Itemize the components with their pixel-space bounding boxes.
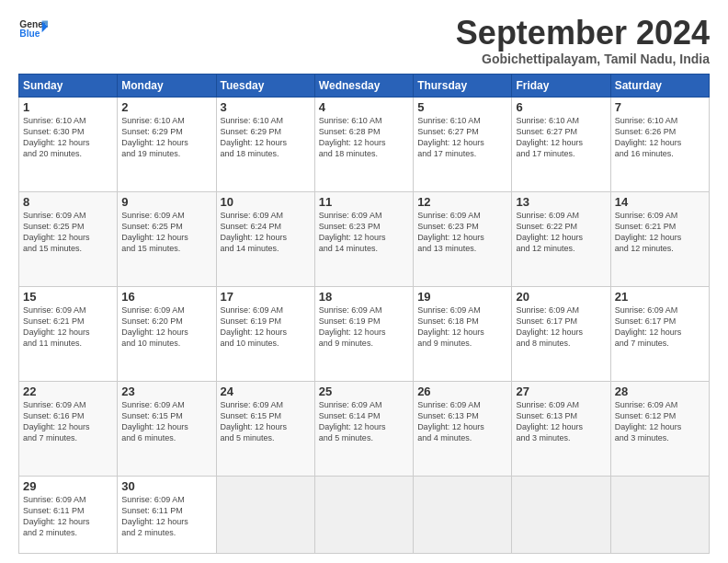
table-row: 30Sunrise: 6:09 AM Sunset: 6:11 PM Dayli… — [118, 476, 216, 553]
table-row: 11Sunrise: 6:09 AM Sunset: 6:23 PM Dayli… — [314, 191, 413, 286]
day-number: 25 — [319, 385, 409, 398]
title-section: September 2024 Gobichettipalayam, Tamil … — [456, 15, 710, 66]
day-info: Sunrise: 6:09 AM Sunset: 6:19 PM Dayligh… — [221, 304, 311, 350]
table-row: 4Sunrise: 6:10 AM Sunset: 6:28 PM Daylig… — [314, 97, 413, 191]
table-row: 24Sunrise: 6:09 AM Sunset: 6:15 PM Dayli… — [216, 381, 314, 476]
table-row: 15Sunrise: 6:09 AM Sunset: 6:21 PM Dayli… — [19, 286, 118, 381]
table-row: 16Sunrise: 6:09 AM Sunset: 6:20 PM Dayli… — [118, 286, 216, 381]
col-wednesday: Wednesday — [314, 74, 413, 97]
day-number: 1 — [23, 100, 113, 114]
day-info: Sunrise: 6:09 AM Sunset: 6:15 PM Dayligh… — [221, 399, 311, 444]
col-friday: Friday — [512, 74, 610, 97]
day-info: Sunrise: 6:09 AM Sunset: 6:12 PM Dayligh… — [615, 399, 705, 444]
month-title: September 2024 — [456, 15, 710, 52]
day-number: 24 — [221, 385, 311, 398]
table-row: 27Sunrise: 6:09 AM Sunset: 6:13 PM Dayli… — [512, 381, 610, 476]
table-row: 20Sunrise: 6:09 AM Sunset: 6:17 PM Dayli… — [512, 286, 610, 381]
table-row: 29Sunrise: 6:09 AM Sunset: 6:11 PM Dayli… — [19, 476, 118, 553]
day-info: Sunrise: 6:09 AM Sunset: 6:23 PM Dayligh… — [417, 210, 507, 255]
day-info: Sunrise: 6:09 AM Sunset: 6:13 PM Dayligh… — [516, 399, 606, 444]
day-number: 2 — [121, 100, 211, 114]
table-row — [216, 476, 314, 553]
day-number: 6 — [516, 100, 606, 114]
table-row: 14Sunrise: 6:09 AM Sunset: 6:21 PM Dayli… — [610, 191, 709, 286]
day-info: Sunrise: 6:09 AM Sunset: 6:21 PM Dayligh… — [615, 210, 705, 255]
day-info: Sunrise: 6:09 AM Sunset: 6:17 PM Dayligh… — [615, 304, 705, 350]
day-info: Sunrise: 6:10 AM Sunset: 6:29 PM Dayligh… — [121, 115, 211, 160]
logo-icon: General Blue — [18, 15, 48, 44]
day-info: Sunrise: 6:09 AM Sunset: 6:11 PM Dayligh… — [23, 494, 113, 539]
table-row: 17Sunrise: 6:09 AM Sunset: 6:19 PM Dayli… — [216, 286, 314, 381]
table-row: 12Sunrise: 6:09 AM Sunset: 6:23 PM Dayli… — [414, 191, 512, 286]
day-number: 9 — [121, 195, 211, 209]
day-info: Sunrise: 6:10 AM Sunset: 6:26 PM Dayligh… — [615, 115, 705, 160]
day-info: Sunrise: 6:09 AM Sunset: 6:23 PM Dayligh… — [319, 210, 409, 255]
table-row: 9Sunrise: 6:09 AM Sunset: 6:25 PM Daylig… — [118, 191, 216, 286]
day-number: 27 — [516, 385, 606, 398]
day-info: Sunrise: 6:09 AM Sunset: 6:14 PM Dayligh… — [319, 399, 409, 444]
day-number: 11 — [319, 195, 409, 209]
svg-text:Blue: Blue — [19, 29, 40, 39]
table-row — [610, 476, 709, 553]
day-number: 4 — [319, 100, 409, 114]
calendar-week: 1Sunrise: 6:10 AM Sunset: 6:30 PM Daylig… — [19, 97, 710, 191]
day-number: 16 — [121, 290, 211, 304]
day-info: Sunrise: 6:09 AM Sunset: 6:21 PM Dayligh… — [23, 304, 113, 350]
table-row: 5Sunrise: 6:10 AM Sunset: 6:27 PM Daylig… — [414, 97, 512, 191]
table-row: 26Sunrise: 6:09 AM Sunset: 6:13 PM Dayli… — [414, 381, 512, 476]
table-row: 22Sunrise: 6:09 AM Sunset: 6:16 PM Dayli… — [19, 381, 118, 476]
day-number: 19 — [417, 290, 507, 304]
day-number: 7 — [615, 100, 705, 114]
day-number: 5 — [417, 100, 507, 114]
day-info: Sunrise: 6:09 AM Sunset: 6:18 PM Dayligh… — [417, 304, 507, 350]
table-row: 13Sunrise: 6:09 AM Sunset: 6:22 PM Dayli… — [512, 191, 610, 286]
day-info: Sunrise: 6:09 AM Sunset: 6:17 PM Dayligh… — [516, 304, 606, 350]
day-number: 21 — [615, 290, 705, 304]
day-info: Sunrise: 6:09 AM Sunset: 6:22 PM Dayligh… — [516, 210, 606, 255]
col-thursday: Thursday — [414, 74, 512, 97]
day-number: 10 — [221, 195, 311, 209]
day-info: Sunrise: 6:09 AM Sunset: 6:13 PM Dayligh… — [417, 399, 507, 444]
table-row: 18Sunrise: 6:09 AM Sunset: 6:19 PM Dayli… — [314, 286, 413, 381]
table-row: 8Sunrise: 6:09 AM Sunset: 6:25 PM Daylig… — [19, 191, 118, 286]
table-row: 10Sunrise: 6:09 AM Sunset: 6:24 PM Dayli… — [216, 191, 314, 286]
table-row: 1Sunrise: 6:10 AM Sunset: 6:30 PM Daylig… — [19, 97, 118, 191]
day-number: 18 — [319, 290, 409, 304]
day-number: 14 — [615, 195, 705, 209]
col-monday: Monday — [118, 74, 216, 97]
day-number: 3 — [221, 100, 311, 114]
day-number: 15 — [23, 290, 113, 304]
day-info: Sunrise: 6:10 AM Sunset: 6:27 PM Dayligh… — [516, 115, 606, 160]
col-tuesday: Tuesday — [216, 74, 314, 97]
page: General Blue September 2024 Gobichettipa… — [0, 0, 728, 563]
day-info: Sunrise: 6:09 AM Sunset: 6:25 PM Dayligh… — [23, 210, 113, 255]
day-number: 12 — [417, 195, 507, 209]
table-row — [414, 476, 512, 553]
table-row: 7Sunrise: 6:10 AM Sunset: 6:26 PM Daylig… — [610, 97, 709, 191]
header-row: Sunday Monday Tuesday Wednesday Thursday… — [19, 74, 710, 97]
table-row: 21Sunrise: 6:09 AM Sunset: 6:17 PM Dayli… — [610, 286, 709, 381]
day-number: 22 — [23, 385, 113, 398]
table-row: 25Sunrise: 6:09 AM Sunset: 6:14 PM Dayli… — [314, 381, 413, 476]
day-info: Sunrise: 6:09 AM Sunset: 6:24 PM Dayligh… — [221, 210, 311, 255]
day-info: Sunrise: 6:10 AM Sunset: 6:30 PM Dayligh… — [23, 115, 113, 160]
day-info: Sunrise: 6:09 AM Sunset: 6:19 PM Dayligh… — [319, 304, 409, 350]
day-number: 29 — [23, 479, 113, 493]
day-number: 23 — [121, 385, 211, 398]
calendar-week: 8Sunrise: 6:09 AM Sunset: 6:25 PM Daylig… — [19, 191, 710, 286]
subtitle: Gobichettipalayam, Tamil Nadu, India — [456, 52, 710, 66]
calendar-week: 22Sunrise: 6:09 AM Sunset: 6:16 PM Dayli… — [19, 381, 710, 476]
day-number: 13 — [516, 195, 606, 209]
table-row: 2Sunrise: 6:10 AM Sunset: 6:29 PM Daylig… — [118, 97, 216, 191]
table-row: 28Sunrise: 6:09 AM Sunset: 6:12 PM Dayli… — [610, 381, 709, 476]
day-info: Sunrise: 6:09 AM Sunset: 6:11 PM Dayligh… — [121, 494, 211, 539]
col-sunday: Sunday — [19, 74, 118, 97]
day-number: 30 — [121, 479, 211, 493]
table-row: 3Sunrise: 6:10 AM Sunset: 6:29 PM Daylig… — [216, 97, 314, 191]
table-row: 19Sunrise: 6:09 AM Sunset: 6:18 PM Dayli… — [414, 286, 512, 381]
day-info: Sunrise: 6:10 AM Sunset: 6:29 PM Dayligh… — [221, 115, 311, 160]
day-number: 8 — [23, 195, 113, 209]
table-row: 23Sunrise: 6:09 AM Sunset: 6:15 PM Dayli… — [118, 381, 216, 476]
calendar-week: 29Sunrise: 6:09 AM Sunset: 6:11 PM Dayli… — [19, 476, 710, 553]
calendar-week: 15Sunrise: 6:09 AM Sunset: 6:21 PM Dayli… — [19, 286, 710, 381]
